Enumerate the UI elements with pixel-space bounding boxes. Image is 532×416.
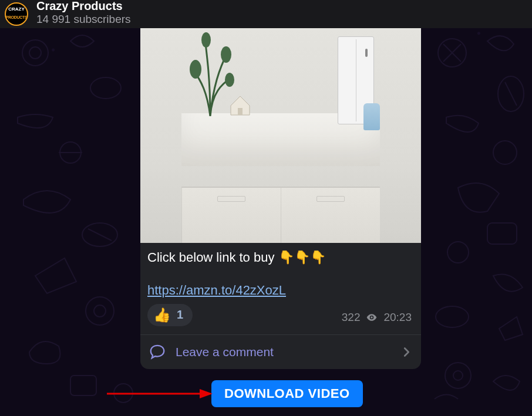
svg-point-20 (225, 73, 234, 87)
svg-point-14 (436, 306, 469, 327)
view-count: 322 (342, 311, 361, 324)
message-meta: 322 20:23 (342, 311, 414, 326)
avatar-text-top: CRAZY (8, 7, 25, 12)
svg-point-17 (190, 60, 201, 79)
svg-point-11 (493, 141, 517, 164)
svg-point-8 (114, 384, 133, 403)
svg-rect-21 (238, 108, 243, 115)
svg-point-0 (22, 40, 48, 66)
download-video-button[interactable]: DOWNLOAD VIDEO (211, 380, 363, 407)
svg-rect-12 (487, 223, 517, 244)
svg-point-13 (447, 242, 469, 263)
pointing-down-emoji: 👇👇👇 (278, 250, 326, 265)
svg-rect-7 (70, 376, 96, 395)
reaction-count: 1 (177, 308, 183, 322)
svg-point-5 (86, 297, 114, 325)
avatar-text-bottom: PRODUCTS (6, 15, 28, 19)
message-bubble: Click below link to buy 👇👇👇 https://amzn… (140, 28, 421, 369)
message-video-thumbnail[interactable] (140, 28, 421, 243)
header-titles: Crazy Products 14 991 subscribers (36, 0, 131, 26)
subscriber-count: 14 991 subscribers (36, 13, 131, 26)
leave-comment-label: Leave a comment (176, 345, 390, 359)
message-link[interactable]: https://amzn.to/42zXozL (147, 283, 286, 298)
comment-icon (149, 343, 166, 361)
svg-point-22 (371, 316, 373, 318)
eye-icon (366, 312, 378, 323)
svg-point-18 (221, 46, 231, 63)
leave-comment-button[interactable]: Leave a comment (140, 334, 421, 369)
message-text: Click below link to buy (147, 250, 278, 265)
reaction-button[interactable]: 👍 1 (147, 304, 193, 326)
message-text-line: Click below link to buy 👇👇👇 (147, 249, 414, 266)
svg-point-16 (453, 371, 463, 380)
svg-point-19 (201, 32, 211, 48)
message-body: Click below link to buy 👇👇👇 https://amzn… (140, 243, 421, 331)
svg-point-6 (94, 305, 106, 317)
message-time: 20:23 (383, 311, 412, 324)
chevron-right-icon (400, 346, 413, 358)
thumbs-up-icon: 👍 (153, 307, 171, 323)
svg-point-2 (90, 77, 121, 99)
channel-header[interactable]: CRAZY PRODUCTS Crazy Products 14 991 sub… (0, 0, 532, 28)
svg-point-15 (445, 363, 471, 388)
channel-name: Crazy Products (36, 0, 131, 13)
svg-point-1 (29, 47, 41, 59)
channel-avatar[interactable]: CRAZY PRODUCTS (5, 2, 28, 26)
